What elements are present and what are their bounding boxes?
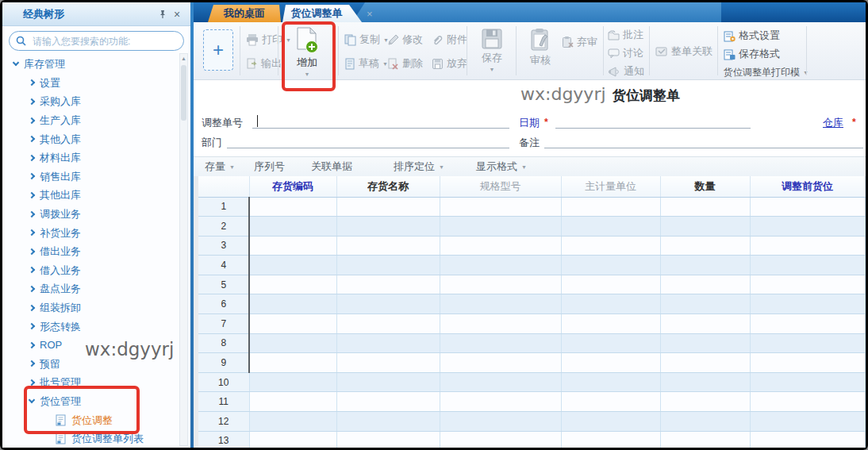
row-number-cell[interactable]: 4: [198, 256, 249, 275]
grid-cell[interactable]: [750, 412, 865, 432]
grid-cell[interactable]: [660, 294, 750, 314]
grid-cell[interactable]: [561, 256, 660, 275]
grid-cell[interactable]: [249, 217, 336, 237]
grid-cell[interactable]: [561, 217, 660, 237]
grid-cell[interactable]: [660, 217, 750, 237]
tab-my-desktop[interactable]: 我的桌面: [208, 5, 281, 22]
row-number-cell[interactable]: 2: [198, 217, 249, 237]
row-number-cell[interactable]: 12: [198, 412, 249, 432]
grid-cell[interactable]: [249, 372, 336, 392]
grid-cell[interactable]: [561, 236, 660, 256]
grid-cell[interactable]: [750, 431, 865, 448]
sidebar-item-borrow-in[interactable]: 借入业务: [2, 261, 179, 280]
sidebar-item-material-out[interactable]: 材料出库: [2, 148, 179, 167]
grid-cell[interactable]: [660, 275, 750, 294]
date-field[interactable]: [555, 116, 751, 129]
pin-icon[interactable]: [156, 7, 170, 21]
sidebar-item-other-in[interactable]: 其他入库: [2, 129, 179, 148]
row-number-cell[interactable]: 7: [198, 314, 249, 334]
grid-cell[interactable]: [660, 256, 750, 275]
row-number-cell[interactable]: 9: [198, 353, 249, 373]
grid-cell[interactable]: [440, 197, 561, 217]
grid-cell[interactable]: [561, 275, 660, 294]
sidebar-item-settings[interactable]: 设置: [2, 74, 179, 93]
grid-cell[interactable]: [561, 431, 660, 448]
grid-cell[interactable]: [440, 392, 561, 412]
audit-button[interactable]: 审核: [522, 28, 559, 67]
draft-button[interactable]: 草稿 ▼: [344, 56, 388, 71]
grid-cell[interactable]: [249, 275, 336, 294]
sidebar-item-location-adjust-list[interactable]: 货位调整单列表: [2, 429, 179, 448]
discard-button[interactable]: 放弃: [432, 56, 467, 71]
serial-number-button[interactable]: 序列号: [254, 160, 285, 174]
unaudit-button[interactable]: 弃审: [562, 35, 597, 49]
grid-cell[interactable]: [249, 314, 336, 334]
column-header[interactable]: 存货名称: [336, 176, 440, 197]
grid-cell[interactable]: [660, 372, 750, 392]
sidebar-item-other-out[interactable]: 其他出库: [2, 186, 179, 205]
tab-close-icon[interactable]: ×: [367, 8, 373, 20]
column-header[interactable]: 主计量单位: [561, 176, 660, 197]
row-number-cell[interactable]: 11: [198, 392, 249, 412]
sidebar-item-form-convert[interactable]: 形态转换: [2, 317, 179, 336]
format-settings-button[interactable]: 格式设置: [724, 29, 780, 43]
dept-field[interactable]: [227, 136, 509, 148]
grid-cell[interactable]: [336, 294, 440, 314]
grid-cell[interactable]: [249, 294, 336, 314]
sidebar-item-replenish[interactable]: 补货业务: [2, 223, 179, 242]
grid-cell[interactable]: [249, 333, 336, 353]
modify-button[interactable]: 修改: [387, 33, 423, 47]
grid-cell[interactable]: [561, 412, 660, 432]
scroll-thumb[interactable]: [181, 65, 186, 121]
chevron-right-icon[interactable]: [29, 379, 35, 386]
grid-cell[interactable]: [440, 412, 561, 432]
grid-cell[interactable]: [750, 372, 865, 392]
add-button[interactable]: 增加 ▼: [282, 27, 332, 77]
chevron-right-icon[interactable]: [29, 248, 35, 254]
grid-cell[interactable]: [440, 217, 561, 237]
chevron-right-icon[interactable]: [29, 117, 35, 123]
sidebar-item-batch-management[interactable]: 批号管理: [2, 373, 179, 392]
grid-cell[interactable]: [750, 353, 865, 373]
grid-cell[interactable]: [660, 392, 750, 412]
chevron-right-icon[interactable]: [29, 341, 35, 348]
grid-cell[interactable]: [440, 431, 561, 448]
close-icon[interactable]: ×: [170, 7, 184, 21]
chevron-right-icon[interactable]: [29, 229, 35, 236]
sidebar-item-stocktake[interactable]: 盘点业务: [2, 279, 179, 298]
chevron-right-icon[interactable]: [29, 192, 35, 198]
warehouse-link[interactable]: 仓库: [823, 116, 843, 130]
grid-cell[interactable]: [336, 392, 440, 412]
grid-cell[interactable]: [249, 197, 336, 217]
grid-cell[interactable]: [336, 333, 440, 353]
grid-cell[interactable]: [440, 353, 561, 373]
sidebar-item-rop[interactable]: ROP: [2, 336, 179, 355]
row-number-cell[interactable]: 5: [198, 275, 249, 294]
sidebar-item-transfer[interactable]: 调拨业务: [2, 205, 179, 224]
sidebar-item-inventory-management[interactable]: 库存管理: [2, 55, 179, 74]
save-button[interactable]: 保存 ▼: [473, 29, 511, 72]
grid-cell[interactable]: [440, 275, 561, 294]
chevron-right-icon[interactable]: [29, 210, 35, 217]
grid-cell[interactable]: [750, 294, 865, 314]
new-tab-button[interactable]: +: [203, 29, 233, 71]
grid-cell[interactable]: [249, 412, 336, 432]
row-number-cell[interactable]: 13: [198, 431, 249, 448]
grid-cell[interactable]: [249, 353, 336, 373]
grid-cell[interactable]: [440, 333, 561, 353]
tab-location-adjustment[interactable]: 货位调整单: [282, 5, 362, 22]
grid-cell[interactable]: [660, 431, 750, 448]
grid-cell[interactable]: [440, 372, 561, 392]
sidebar-search[interactable]: [9, 31, 184, 51]
grid-cell[interactable]: [561, 197, 660, 217]
row-number-cell[interactable]: 1: [198, 197, 249, 217]
grid-cell[interactable]: [660, 353, 750, 373]
sidebar-item-production-in[interactable]: 生产入库: [2, 111, 179, 130]
grid-cell[interactable]: [660, 236, 750, 256]
grid-cell[interactable]: [336, 275, 440, 294]
sort-locate-button[interactable]: 排序定位▼: [394, 160, 444, 174]
grid-cell[interactable]: [561, 314, 660, 334]
export-button[interactable]: 输出: [246, 56, 282, 71]
grid-cell[interactable]: [440, 256, 561, 275]
chevron-right-icon[interactable]: [29, 267, 35, 273]
